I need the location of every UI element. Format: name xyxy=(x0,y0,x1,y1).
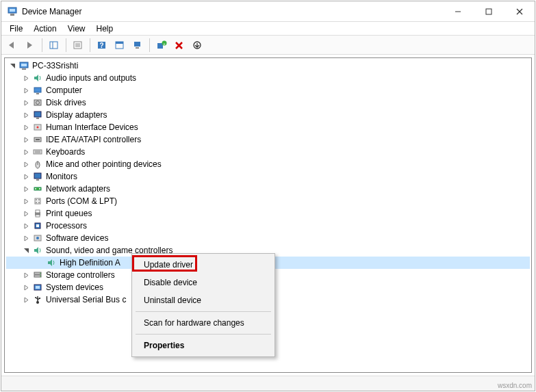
tree-category[interactable]: Disk drives xyxy=(6,96,530,109)
svg-rect-46 xyxy=(35,198,40,204)
svg-point-47 xyxy=(36,199,37,200)
svg-point-61 xyxy=(40,276,41,277)
tree-label: IDE ATA/ATAPI controllers xyxy=(46,135,141,144)
back-button[interactable] xyxy=(4,38,21,53)
keyboard-icon xyxy=(32,146,43,157)
tree-label: Human Interface Devices xyxy=(46,122,138,132)
monitor-icon xyxy=(32,171,43,182)
tree-label: Processors xyxy=(46,221,87,231)
tree-label: Universal Serial Bus c xyxy=(46,295,126,304)
svg-rect-17 xyxy=(134,42,140,47)
expander-closed-icon[interactable] xyxy=(21,221,31,231)
tree-label: Computer xyxy=(46,86,82,95)
minimize-button[interactable] xyxy=(442,1,473,21)
expander-closed-icon[interactable] xyxy=(21,283,31,292)
action-bar-button[interactable] xyxy=(112,38,128,53)
svg-point-45 xyxy=(39,188,40,190)
expander-closed-icon[interactable] xyxy=(21,172,31,181)
mouse-icon xyxy=(32,159,43,170)
expander-closed-icon[interactable] xyxy=(21,135,31,144)
svg-rect-53 xyxy=(36,215,40,217)
forward-button[interactable] xyxy=(22,38,38,53)
hid-icon xyxy=(32,122,43,133)
svg-rect-63 xyxy=(36,286,40,289)
expander-closed-icon[interactable] xyxy=(21,98,31,107)
expander-open-icon[interactable] xyxy=(8,61,17,70)
expander-closed-icon[interactable] xyxy=(21,184,31,194)
ctx-update-driver[interactable]: Update driver xyxy=(134,256,272,274)
svg-rect-41 xyxy=(34,173,41,179)
ctx-uninstall-device[interactable]: Uninstall device xyxy=(134,291,272,309)
tree-label: Disk drives xyxy=(46,98,86,107)
expander-closed-icon[interactable] xyxy=(21,233,31,243)
tree-label: Mice and other pointing devices xyxy=(46,159,162,169)
expander-closed-icon[interactable] xyxy=(21,147,31,157)
tree-category[interactable]: Computer xyxy=(6,84,530,96)
expander-closed-icon[interactable] xyxy=(21,122,31,132)
tree-category[interactable]: Print queues xyxy=(6,207,530,220)
svg-text:?: ? xyxy=(99,42,103,49)
menu-help[interactable]: Help xyxy=(91,23,119,35)
expander-closed-icon[interactable] xyxy=(21,295,31,304)
tree-category[interactable]: Keyboards xyxy=(6,146,530,158)
tree-category[interactable]: Software devices xyxy=(6,232,530,244)
system-icon xyxy=(32,282,43,293)
expander-closed-icon[interactable] xyxy=(21,159,31,169)
tree-label: Display adapters xyxy=(46,110,107,120)
menu-action[interactable]: Action xyxy=(28,23,62,35)
properties-button[interactable] xyxy=(70,38,86,53)
storage-icon xyxy=(32,270,43,280)
tree-label: Network adapters xyxy=(46,184,110,194)
watermark: wsxdn.com xyxy=(498,382,532,389)
svg-rect-27 xyxy=(36,93,39,94)
maximize-button[interactable] xyxy=(473,1,504,21)
cpu-icon xyxy=(32,220,43,231)
svg-rect-18 xyxy=(136,47,139,49)
expander-closed-icon[interactable] xyxy=(21,209,31,218)
expander-closed-icon[interactable] xyxy=(21,270,31,280)
expander-closed-icon[interactable] xyxy=(21,110,31,120)
tree-category[interactable]: IDE ATA/ATAPI controllers xyxy=(6,133,530,146)
tree-label: Monitors xyxy=(46,172,77,181)
ctx-separator xyxy=(136,334,271,335)
svg-rect-35 xyxy=(36,139,40,140)
uninstall-button[interactable] xyxy=(171,38,188,53)
tree-category[interactable]: Monitors xyxy=(6,170,530,183)
svg-point-57 xyxy=(36,237,39,239)
ctx-disable-device[interactable]: Disable device xyxy=(134,274,272,291)
show-hidden-button[interactable] xyxy=(46,38,62,53)
close-button[interactable] xyxy=(504,1,535,21)
menu-view[interactable]: View xyxy=(62,23,91,35)
menu-file[interactable]: File xyxy=(4,23,28,35)
svg-point-67 xyxy=(35,297,36,298)
tree-category[interactable]: Audio inputs and outputs xyxy=(6,72,530,84)
expander-closed-icon[interactable] xyxy=(21,86,31,95)
tree-category[interactable]: Ports (COM & LPT) xyxy=(6,195,530,207)
ctx-properties[interactable]: Properties xyxy=(134,337,272,354)
expander-open-icon[interactable] xyxy=(21,246,31,255)
ctx-scan-hardware[interactable]: Scan for hardware changes xyxy=(134,314,272,332)
scan-hardware-button[interactable] xyxy=(129,38,146,53)
svg-point-44 xyxy=(35,188,36,190)
svg-point-33 xyxy=(37,127,39,129)
tree-category[interactable]: Human Interface Devices xyxy=(6,121,530,133)
add-legacy-button[interactable]: + xyxy=(153,38,170,53)
window-title: Device Manager xyxy=(22,7,442,16)
tree-category[interactable]: Mice and other pointing devices xyxy=(6,158,530,170)
expander-closed-icon[interactable] xyxy=(21,73,31,83)
usb-icon xyxy=(32,294,43,305)
software-icon xyxy=(32,233,43,244)
tree-category[interactable]: Display adapters xyxy=(6,109,530,121)
tree-label: Audio inputs and outputs xyxy=(46,73,136,83)
help-button[interactable]: ? xyxy=(94,38,110,53)
port-icon xyxy=(32,196,43,207)
tree-category[interactable]: Network adapters xyxy=(6,183,530,195)
update-button[interactable] xyxy=(189,38,205,53)
expander-closed-icon[interactable] xyxy=(21,196,31,206)
tree-root[interactable]: PC-33Srishti xyxy=(6,60,530,72)
toolbar: ? + xyxy=(1,36,535,55)
statusbar xyxy=(1,376,535,391)
tree-category[interactable]: Processors xyxy=(6,220,530,232)
svg-rect-1 xyxy=(10,9,15,12)
svg-rect-25 xyxy=(22,68,26,70)
